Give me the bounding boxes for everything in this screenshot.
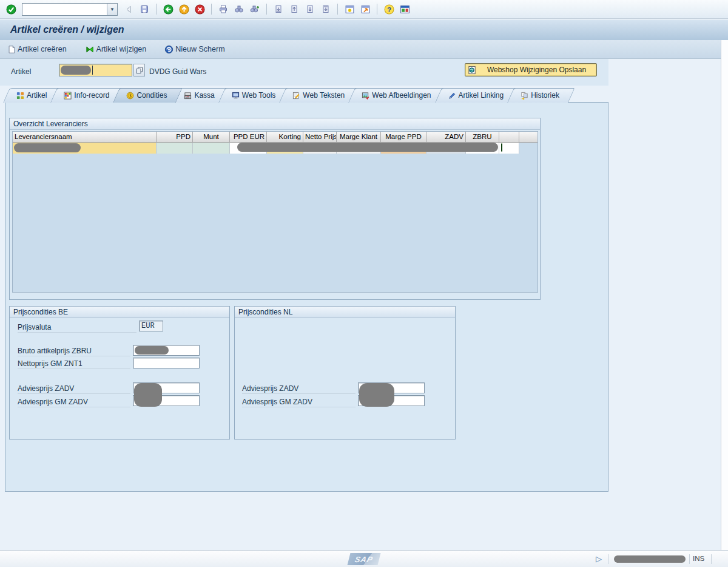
sap-logo: SAP xyxy=(348,553,381,565)
condities-tab-icon xyxy=(126,92,134,100)
kassa-tab-icon xyxy=(184,92,192,100)
bruto-artikelprijs-field[interactable] xyxy=(133,345,200,356)
adviesprijs-zadv-label: Adviesprijs ZADV xyxy=(18,384,74,393)
toolbar-separator xyxy=(377,4,377,15)
redaction-blob xyxy=(134,383,162,407)
col-status[interactable] xyxy=(499,132,519,143)
artikel-field-label: Artikel xyxy=(11,67,31,76)
web-tools-tab-icon xyxy=(232,92,240,100)
command-input[interactable] xyxy=(22,4,107,15)
col-zadv[interactable]: ZADV xyxy=(426,132,466,143)
prijscondities-nl-group: Prijscondities NL Adviesprijs ZADV Advie… xyxy=(234,306,456,440)
previous-page-icon[interactable] xyxy=(287,2,302,16)
next-page-icon[interactable] xyxy=(303,2,317,16)
tab-web-teksten[interactable]: Web Teksten xyxy=(279,88,354,103)
artikel-description: DVDG Guid Wars xyxy=(149,67,206,76)
tab-historiek[interactable]: Historiek xyxy=(507,88,568,103)
status-separator xyxy=(711,554,712,564)
cell-munt xyxy=(193,143,230,154)
prijscondities-nl-title: Prijscondities NL xyxy=(235,307,455,318)
redaction-blob xyxy=(614,555,686,563)
col-filler xyxy=(519,132,538,143)
webshop-save-label: Webshop Wijzigingen Opslaan xyxy=(477,66,596,74)
toolbar-separator xyxy=(156,4,157,15)
nl-adviesprijs-gm-zadv-label: Adviesprijs GM ZADV xyxy=(242,398,312,406)
command-field[interactable]: ▼ xyxy=(22,3,118,16)
web-teksten-tab-icon xyxy=(292,92,300,100)
suppliers-table[interactable]: Leveranciersnaam PPD Munt PPD EUR Kortin… xyxy=(12,131,538,293)
field-underline xyxy=(18,332,136,333)
chevron-down-icon[interactable]: ▼ xyxy=(107,4,117,15)
toolbar-separator xyxy=(337,4,338,15)
webshop-wijzigingen-opslaan-button[interactable]: Webshop Wijzigingen Opslaan xyxy=(465,63,597,76)
create-shortcut-icon[interactable] xyxy=(358,2,372,16)
col-leveranciersnaam[interactable]: Leveranciersnaam xyxy=(13,132,157,143)
col-ppd[interactable]: PPD xyxy=(157,132,193,143)
save-icon[interactable] xyxy=(137,2,152,16)
tab-web-tools[interactable]: Web Tools xyxy=(218,88,285,103)
status-expand-icon[interactable]: ▷ xyxy=(596,554,602,563)
prijsvaluta-label: Prijsvaluta xyxy=(18,323,51,331)
multiple-selection-icon[interactable] xyxy=(133,64,145,76)
col-ppd-eur[interactable]: PPD EUR xyxy=(230,132,267,143)
field-underline xyxy=(242,393,356,394)
vertical-scrollbar[interactable] xyxy=(721,40,728,550)
col-marge-ppd[interactable]: Marge PPD xyxy=(381,132,426,143)
prijsvaluta-field[interactable]: EUR xyxy=(139,321,163,331)
tab-web-afbeeldingen[interactable]: Web Afbeeldingen xyxy=(348,88,440,103)
first-page-icon[interactable] xyxy=(271,2,286,16)
tab-info-record[interactable]: Info-record xyxy=(50,88,118,103)
application-toolbar: Artikel creëren Artikel wijzigen Nieuw S… xyxy=(0,40,728,59)
artikel-wijzigen-button[interactable]: Artikel wijzigen xyxy=(85,45,147,54)
customize-layout-icon[interactable] xyxy=(397,2,412,16)
last-page-icon[interactable] xyxy=(318,2,333,16)
tab-artikel-linking[interactable]: Artikel Linking xyxy=(435,88,513,103)
find-icon[interactable] xyxy=(232,2,246,16)
tab-web-teksten-label: Web Teksten xyxy=(303,91,345,100)
artikel-tab-icon xyxy=(16,92,24,100)
nettoprijs-label: Nettoprijs GM ZNT1 xyxy=(18,359,83,368)
find-next-icon[interactable] xyxy=(248,2,262,16)
col-netto-prijs[interactable]: Netto Prijs xyxy=(303,132,337,143)
redaction-blob xyxy=(359,383,394,407)
col-zbru[interactable]: ZBRU xyxy=(466,132,499,143)
adviesprijs-gm-zadv-label: Adviesprijs GM ZADV xyxy=(18,398,88,406)
enter-icon[interactable] xyxy=(4,2,18,16)
text-caret xyxy=(92,66,93,75)
back-triangle-icon[interactable] xyxy=(121,2,136,16)
artikel-wijzigen-label: Artikel wijzigen xyxy=(96,45,147,53)
insert-mode-indicator: INS xyxy=(693,555,704,562)
col-korting[interactable]: Korting xyxy=(267,132,303,143)
cancel-icon[interactable] xyxy=(192,2,207,16)
print-icon[interactable] xyxy=(216,2,231,16)
field-underline xyxy=(18,368,130,369)
header-field-area: Artikel DVDG Guid Wars Webshop Wijziging… xyxy=(0,59,608,86)
system-toolbar: ▼ ? xyxy=(0,0,728,19)
tab-condities[interactable]: Condities xyxy=(113,88,176,103)
tab-kassa-label: Kassa xyxy=(194,91,214,100)
redaction-blob xyxy=(135,346,169,355)
col-munt[interactable]: Munt xyxy=(193,132,230,143)
overzicht-leveranciers-group: Overzicht Leveranciers Leveranciersnaam … xyxy=(9,118,541,300)
tab-artikel[interactable]: Artikel xyxy=(3,88,56,103)
table-row[interactable] xyxy=(13,143,538,154)
field-underline xyxy=(18,356,130,356)
redaction-blob xyxy=(14,143,81,152)
nettoprijs-field[interactable] xyxy=(133,358,200,368)
cell-leveranciersnaam xyxy=(13,143,157,154)
back-icon[interactable] xyxy=(161,2,175,16)
web-afbeeldingen-tab-icon xyxy=(362,92,369,100)
artikel-input[interactable] xyxy=(59,64,132,76)
prijscondities-be-title: Prijscondities BE xyxy=(10,307,229,318)
artikel-creeren-button[interactable]: Artikel creëren xyxy=(7,45,67,54)
exit-icon[interactable] xyxy=(177,2,191,16)
new-session-icon[interactable] xyxy=(342,2,357,16)
nieuw-scherm-button[interactable]: Nieuw Scherm xyxy=(164,45,224,54)
tab-artikel-linking-label: Artikel Linking xyxy=(459,91,504,100)
nieuw-scherm-label: Nieuw Scherm xyxy=(175,45,224,53)
col-marge-klant[interactable]: Marge Klant xyxy=(337,132,381,143)
field-underline xyxy=(18,393,130,394)
info-record-tab-icon xyxy=(64,92,72,100)
tab-web-tools-label: Web Tools xyxy=(242,91,276,100)
help-icon[interactable]: ? xyxy=(382,2,396,16)
